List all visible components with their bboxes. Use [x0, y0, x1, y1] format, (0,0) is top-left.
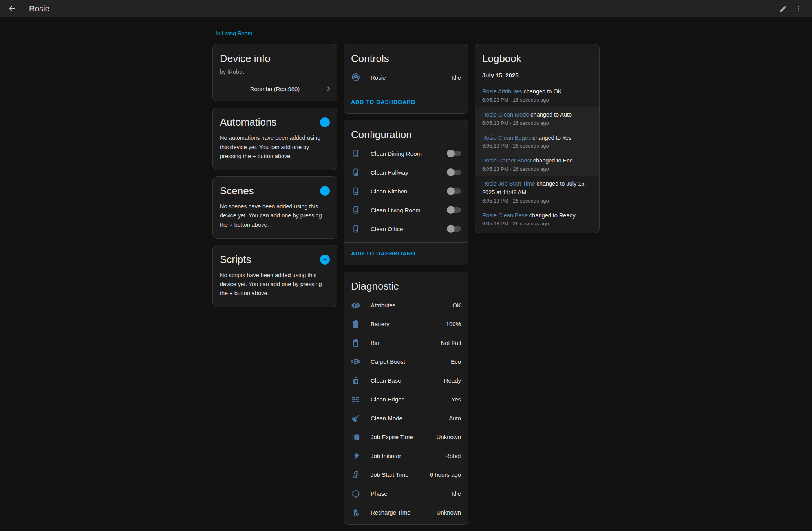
scenes-empty-text: No scenes have been added using this dev…	[213, 197, 337, 238]
entity-row[interactable]: Phase Idle	[344, 484, 468, 503]
robot-vacuum-icon	[351, 73, 360, 82]
dots-vertical-icon[interactable]	[791, 1, 807, 16]
automations-title: Automations	[220, 116, 277, 128]
broom-icon	[351, 414, 360, 423]
logbook-entry-text: changed to Yes	[531, 135, 571, 141]
entity-state: Auto	[449, 415, 461, 422]
entity-state: Eco	[451, 358, 461, 365]
logbook-entry-text: changed to Eco	[532, 157, 573, 164]
entity-row[interactable]: Clean Hallway	[344, 163, 468, 182]
entity-row[interactable]: Recharge Time Unknown	[344, 503, 468, 522]
entity-row[interactable]: Rosie Idle	[344, 68, 468, 87]
logbook-entity-link[interactable]: Rosie Clean Edges	[482, 135, 531, 141]
logbook-entity-link[interactable]: Rosie Clean Mode	[482, 111, 529, 118]
logbook-entries: Rosie Attributes changed to OK 6:05:23 P…	[475, 84, 599, 230]
add-to-dashboard-button[interactable]: ADD TO DASHBOARD	[344, 243, 422, 265]
plus-icon[interactable]	[320, 186, 330, 196]
chevron-right-icon	[324, 84, 333, 93]
scripts-card: Scripts No scripts have been added using…	[212, 245, 337, 307]
logbook-entry-time: 6:05:23 PM - 16 seconds ago	[482, 97, 592, 103]
logbook-entity-link[interactable]: Rosie Job Start Time	[482, 181, 535, 187]
logbook-entry: Rosie Carpet Boost changed to Eco 6:05:1…	[475, 153, 599, 176]
column-left: Device info by iRobot Roomba (Rest980) A…	[212, 44, 337, 307]
entity-state: Not Full	[441, 339, 461, 346]
entity-name: Clean Office	[371, 226, 447, 232]
logbook-entry-time: 6:05:13 PM - 26 seconds ago	[482, 166, 592, 172]
entity-row[interactable]: Battery 100%	[344, 315, 468, 334]
toggle-switch[interactable]	[447, 150, 461, 157]
battery-icon	[351, 319, 360, 329]
automations-empty-text: No automations have been added using thi…	[213, 128, 337, 170]
trash-icon	[351, 376, 360, 385]
logbook-entry-time: 6:05:13 PM - 26 seconds ago	[482, 198, 592, 204]
entity-name: Clean Hallway	[371, 169, 447, 176]
area-link[interactable]: In Living Room	[216, 30, 252, 36]
entity-name: Carpet Boost	[371, 358, 451, 365]
logbook-title: Logbook	[475, 44, 599, 65]
toggle-switch-icon	[351, 149, 360, 158]
entity-row[interactable]: Carpet Boost Eco	[344, 352, 468, 371]
entity-row[interactable]: Clean Edges Yes	[344, 390, 468, 409]
add-to-dashboard-button[interactable]: ADD TO DASHBOARD	[344, 91, 422, 113]
logbook-entity-link[interactable]: Rosie Attributes	[482, 88, 522, 95]
entity-row[interactable]: Clean Living Room	[344, 201, 468, 219]
entity-name: Clean Dining Room	[371, 150, 447, 157]
eye-icon	[351, 301, 360, 310]
entity-row[interactable]: Bin Not Full	[344, 334, 468, 352]
toggle-switch[interactable]	[447, 168, 461, 176]
entity-state: Idle	[452, 490, 461, 497]
scripts-empty-text: No scripts have been added using this de…	[213, 266, 337, 307]
clock-start-icon	[351, 470, 360, 480]
entity-name: Job Expire Time	[371, 434, 436, 440]
entity-row[interactable]: Clean Mode Auto	[344, 409, 468, 428]
configuration-card: Configuration Clean Dining Room	[344, 120, 468, 265]
toggle-switch-icon	[351, 186, 360, 196]
device-page: In Living Room Device info by iRobot Roo…	[212, 17, 600, 525]
integration-row[interactable]: Roomba (Rest980)	[213, 80, 337, 98]
entity-state: Ready	[444, 377, 461, 384]
device-info-title: Device info	[213, 44, 337, 65]
entity-name: Bin	[371, 339, 441, 346]
logbook-entry-time: 6:05:13 PM - 26 seconds ago	[482, 221, 592, 226]
entity-row[interactable]: Clean Kitchen	[344, 182, 468, 201]
configuration-rows: Clean Dining Room Clean Hallway	[344, 141, 468, 241]
entity-name: Rosie	[371, 74, 452, 81]
diagnostic-rows: Attributes OK Battery 100% Bin	[344, 293, 468, 524]
entity-state: Yes	[452, 396, 461, 403]
arrow-left-icon[interactable]	[4, 1, 20, 16]
column-middle: Controls Rosie Idle ADD TO DASHBOARD Con…	[344, 44, 468, 525]
toggle-switch[interactable]	[447, 206, 461, 214]
timeline-alert-icon	[351, 432, 360, 442]
entity-row[interactable]: Clean Base Ready	[344, 371, 468, 390]
entity-row[interactable]: Clean Dining Room	[344, 144, 468, 163]
plus-icon[interactable]	[320, 255, 330, 265]
entity-row[interactable]: Clean Office	[344, 219, 468, 238]
entity-name: Clean Base	[371, 377, 444, 384]
entity-name: Clean Mode	[371, 415, 449, 422]
toggle-switch-icon	[351, 168, 360, 177]
logbook-entry-time: 6:05:13 PM - 26 seconds ago	[482, 120, 592, 126]
entity-row[interactable]: ☛ Job Initiator Robot	[344, 447, 468, 465]
entity-state: Unknown	[436, 509, 461, 516]
logbook-entry-text: changed to Ready	[528, 212, 576, 219]
entity-state: Idle	[452, 74, 461, 81]
plus-icon[interactable]	[320, 117, 330, 127]
entity-row[interactable]: Attributes OK	[344, 296, 468, 315]
logbook-entry-text: changed to OK	[522, 88, 562, 95]
automations-card: Automations No automations have been add…	[212, 108, 337, 170]
logbook-entity-link[interactable]: Rosie Clean Base	[482, 212, 528, 219]
toggle-switch[interactable]	[447, 187, 461, 195]
controls-title: Controls	[344, 44, 468, 65]
page-title: Rosie	[29, 4, 49, 13]
logbook-card: Logbook July 15, 2025 Rosie Attributes c…	[475, 44, 600, 233]
entity-row[interactable]: Job Expire Time Unknown	[344, 428, 468, 447]
entity-state: OK	[452, 302, 461, 308]
phase-circle-icon	[351, 489, 360, 498]
logbook-entity-link[interactable]: Rosie Carpet Boost	[482, 157, 532, 164]
entity-row[interactable]: Job Start Time 6 hours ago	[344, 465, 468, 484]
toggle-switch[interactable]	[447, 225, 461, 233]
toggle-switch-icon	[351, 205, 360, 215]
pencil-icon[interactable]	[775, 1, 791, 16]
integration-name: Roomba (Rest980)	[250, 86, 300, 92]
entity-name: Battery	[371, 321, 446, 327]
